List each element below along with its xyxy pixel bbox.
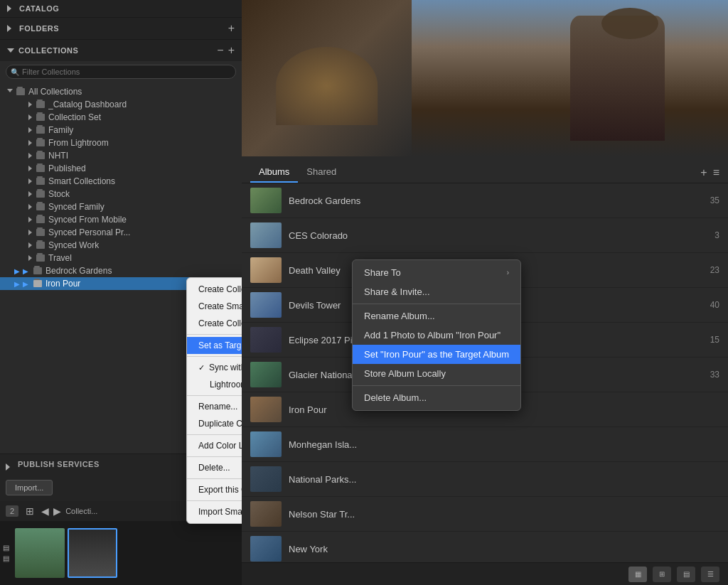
album-row-ces-colorado[interactable]: CES Colorado 3 (242, 218, 728, 253)
tree-item-travel[interactable]: Travel (0, 252, 242, 264)
ctx-delete[interactable]: Delete... (187, 459, 242, 476)
tree-item-catalog-dashboard[interactable]: _Catalog Dashboard (0, 98, 242, 111)
filmstrip-thumb-1[interactable] (15, 528, 65, 578)
ctx-label: Share To (364, 267, 401, 278)
tree-item-from-lightroom[interactable]: From Lightroom (0, 136, 242, 149)
filmstrip-controls: ▤ ▤ (3, 544, 9, 562)
album-row-bedrock-gardens[interactable]: Bedrock Gardens 35 (242, 183, 728, 218)
album-thumb (250, 292, 282, 318)
collection-icon (36, 165, 45, 172)
ctx-label: Sync with Lightroom (209, 363, 242, 372)
album-thumb (250, 327, 282, 353)
collections-add-button[interactable]: + (228, 44, 235, 57)
arrow-right-icon (28, 242, 32, 248)
ctx-rename-album[interactable]: Rename Album... (353, 306, 520, 326)
catalog-collapse-icon (7, 5, 15, 12)
add-album-button[interactable]: + (700, 166, 707, 179)
ctx-delete-album[interactable]: Delete Album... (353, 388, 520, 407)
import-button[interactable]: Import... (6, 480, 53, 495)
tree-item-published[interactable]: Published (0, 162, 242, 175)
publish-collapse-icon (6, 463, 14, 471)
collection-icon (36, 139, 45, 146)
albums-menu-button[interactable]: ≡ (713, 166, 719, 179)
album-row-monhegan[interactable]: Monhegan Isla... (242, 427, 728, 462)
next-icon[interactable]: ▶ (53, 505, 61, 517)
item-icon (36, 177, 46, 186)
tab-albums[interactable]: Albums (250, 162, 298, 183)
ctx-label: Create Collection Set... (198, 318, 242, 328)
publish-icon: ▶ (23, 267, 28, 275)
ctx-create-collection[interactable]: Create Collection... (187, 281, 242, 298)
ctx-export-catalog[interactable]: Export this Collection as a Catalog. (187, 481, 242, 498)
item-icon (36, 190, 46, 198)
tree-item-synced-family[interactable]: Synced Family (0, 200, 242, 213)
ctx-add-photo[interactable]: Add 1 Photo to Album "Iron Pour" (353, 326, 520, 345)
ctx-divider-2 (187, 356, 242, 357)
ctx-import-smart[interactable]: Import Smart Collection Settings... (187, 503, 242, 520)
ctx-set-target[interactable]: Set as Target Collection (187, 337, 242, 354)
item-arrow (26, 190, 34, 198)
album-row-new-york[interactable]: New York (242, 532, 728, 562)
ctx-duplicate[interactable]: Duplicate Collection (187, 415, 242, 432)
prev-icon[interactable]: ◀ (41, 505, 49, 517)
grid-view-button[interactable]: ▦ (628, 567, 647, 582)
filmstrip-thumb-2[interactable] (68, 528, 117, 578)
squares-icon: ⊞ (659, 570, 665, 578)
ctx-set-target-album[interactable]: Set "Iron Pour" as the Target Album (353, 345, 520, 364)
ctx-divider-2 (353, 385, 520, 386)
collections-header[interactable]: Collections − + (0, 40, 242, 61)
album-name: Bedrock Gardens (289, 195, 705, 206)
item-icon (33, 279, 43, 288)
album-count: 40 (710, 300, 719, 310)
folders-collapse-icon (7, 25, 15, 32)
item-arrow (26, 228, 34, 237)
tree-item-family[interactable]: Family (0, 124, 242, 136)
ctx-divider-4 (187, 434, 242, 435)
album-count: 15 (710, 335, 719, 345)
ctx-sync-lightroom[interactable]: Sync with Lightroom (187, 359, 242, 376)
album-row-nelson-star[interactable]: Nelson Star Tr... (242, 497, 728, 532)
tab-shared[interactable]: Shared (298, 162, 345, 183)
tree-item-collection-set[interactable]: Collection Set (0, 111, 242, 124)
ctx-create-smart-collection[interactable]: Create Smart Collection... (187, 298, 242, 315)
ctx-share-to[interactable]: Share To › (353, 263, 520, 282)
ctx-store-locally[interactable]: Store Album Locally (353, 364, 520, 383)
collection-icon (36, 178, 45, 185)
ctx-create-collection-set[interactable]: Create Collection Set... (187, 315, 242, 332)
tree-item-synced-work[interactable]: Synced Work (0, 239, 242, 252)
squares-view-button[interactable]: ⊞ (653, 567, 671, 582)
tree-item-stock[interactable]: Stock (0, 188, 242, 200)
ctx-share-invite[interactable]: Share & Invite... (353, 282, 520, 301)
ctx-label: Create Collection... (198, 284, 242, 294)
item-icon (36, 164, 46, 173)
arrow-right-icon (28, 178, 32, 184)
collection-icon (36, 127, 45, 134)
tree-item-smart-collections[interactable]: Smart Collections (0, 175, 242, 188)
ctx-divider-3 (187, 395, 242, 396)
ctx-rename[interactable]: Rename... (187, 398, 242, 415)
item-icon (36, 241, 46, 249)
album-thumb (250, 466, 282, 492)
arrow-down-icon (7, 89, 13, 95)
collection-icon (33, 280, 42, 287)
collection-icon (36, 101, 45, 108)
tree-item-bedrock-gardens[interactable]: ▶ ▶ Bedrock Gardens (0, 264, 242, 277)
collection-icon (33, 267, 42, 274)
menu-view-button[interactable]: ☰ (701, 567, 719, 582)
folders-add-button[interactable]: + (228, 22, 235, 35)
ctx-lightroom-links[interactable]: Lightroom Links (187, 376, 242, 393)
tree-item-nhti[interactable]: NHTI (0, 149, 242, 162)
tree-all-collections[interactable]: All Collections (0, 85, 242, 98)
collections-minus-button[interactable]: − (217, 44, 223, 57)
ctx-add-color-label[interactable]: Add Color Label to Collection (187, 437, 242, 454)
list-view-button[interactable]: ▤ (677, 567, 695, 582)
head-shape (601, 8, 658, 39)
album-name: CES Colorado (289, 230, 709, 241)
catalog-header[interactable]: Catalog (0, 0, 242, 17)
tree-item-synced-from-mobile[interactable]: Synced From Mobile (0, 213, 242, 226)
album-count: 3 (714, 230, 719, 240)
filter-input[interactable] (6, 65, 236, 79)
album-row-national-parks[interactable]: National Parks... (242, 462, 728, 497)
folders-header[interactable]: Folders + (0, 18, 242, 39)
tree-item-synced-personal[interactable]: Synced Personal Pr... (0, 226, 242, 239)
